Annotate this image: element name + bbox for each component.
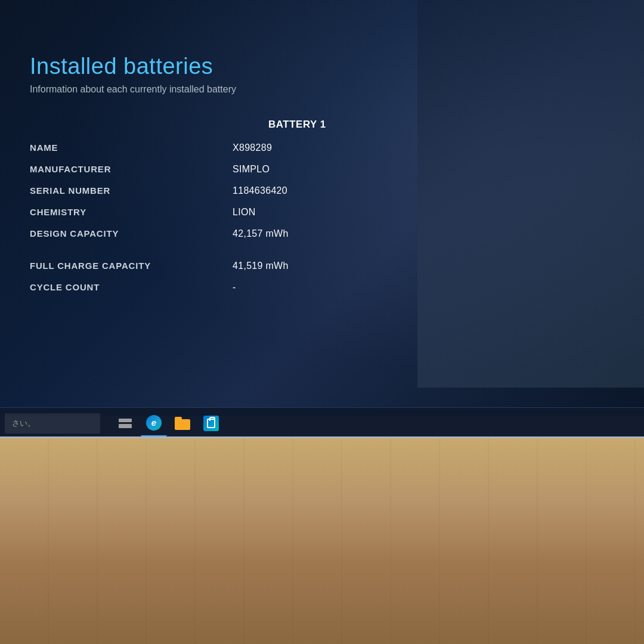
label-cycle: CYCLE COUNT xyxy=(30,282,233,292)
battery-row-full-charge: FULL CHARGE CAPACITY 41,519 mWh xyxy=(30,259,423,273)
edge-icon: e xyxy=(146,415,162,431)
battery-header: BATTERY 1 xyxy=(268,119,423,131)
label-serial: SERIAL NUMBER xyxy=(30,185,233,196)
value-manufacturer: SIMPLO xyxy=(233,164,270,175)
desk-surface xyxy=(0,438,644,644)
folder-body xyxy=(175,419,190,430)
page-subtitle: Information about each currently install… xyxy=(30,84,423,95)
store-button[interactable] xyxy=(198,410,224,436)
task-view-icon xyxy=(119,419,132,428)
main-content: Installed batteries Information about ea… xyxy=(0,36,453,320)
taskbar-search-text: さい。 xyxy=(12,418,35,429)
battery-row-name: NAME X898289 xyxy=(30,141,423,154)
battery-row-chemistry: CHEMISTRY LION xyxy=(30,206,423,219)
edge-letter: e xyxy=(151,418,156,427)
edge-circle: e xyxy=(146,415,162,431)
taskbar-search-box[interactable]: さい。 xyxy=(5,413,100,434)
value-serial: 1184636420 xyxy=(233,185,287,196)
file-explorer-button[interactable] xyxy=(169,410,196,436)
edge-button[interactable]: e xyxy=(141,410,167,436)
page-title: Installed batteries xyxy=(30,54,423,79)
label-chemistry: CHEMISTRY xyxy=(30,207,233,217)
task-view-rect-2 xyxy=(119,424,132,428)
folder-icon xyxy=(175,417,190,430)
label-manufacturer: MANUFACTURER xyxy=(30,164,233,174)
label-design-capacity: DESIGN CAPACITY xyxy=(30,228,233,239)
battery-row-manufacturer: MANUFACTURER SIMPLO xyxy=(30,163,423,176)
battery-row-design-capacity: DESIGN CAPACITY 42,157 mWh xyxy=(30,227,423,240)
battery-section: BATTERY 1 NAME X898289 MANUFACTURER SIMP… xyxy=(30,119,423,294)
battery-row-cycle: CYCLE COUNT - xyxy=(30,281,423,294)
taskbar-pinned-apps: e xyxy=(112,410,224,436)
value-design-capacity: 42,157 mWh xyxy=(233,228,289,239)
taskbar: さい。 e xyxy=(0,407,644,438)
value-cycle: - xyxy=(233,282,236,293)
value-chemistry: LION xyxy=(233,207,256,218)
label-full-charge: FULL CHARGE CAPACITY xyxy=(30,261,233,271)
value-name: X898289 xyxy=(233,143,272,153)
laptop-screen: Installed batteries Information about ea… xyxy=(0,0,644,417)
battery-row-serial: SERIAL NUMBER 1184636420 xyxy=(30,184,423,197)
task-view-button[interactable] xyxy=(112,410,138,436)
task-view-rect-1 xyxy=(119,419,132,423)
store-bag-icon xyxy=(207,419,215,428)
label-name: NAME xyxy=(30,143,233,153)
value-full-charge: 41,519 mWh xyxy=(233,261,289,271)
store-icon xyxy=(203,416,219,431)
